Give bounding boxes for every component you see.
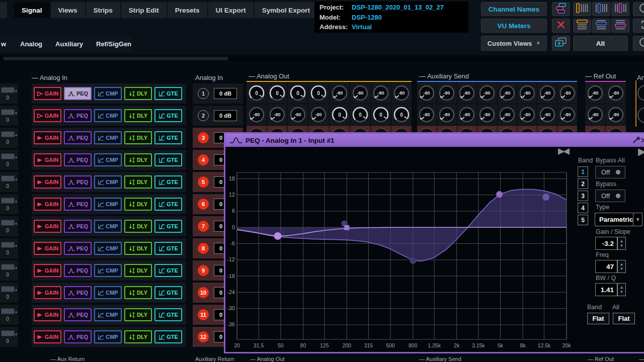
fader[interactable]: 0: [0, 194, 18, 214]
peq-button[interactable]: PEQ: [64, 87, 92, 100]
fader-handle[interactable]: [1, 153, 15, 159]
level-knob[interactable]: -80: [606, 104, 626, 125]
cmp-button[interactable]: CMP: [94, 131, 122, 144]
channel-gain-value[interactable]: 0 dB: [214, 88, 237, 99]
gte-button[interactable]: GTE: [154, 220, 182, 233]
dly-button[interactable]: DLY: [124, 286, 152, 299]
peq-button[interactable]: PEQ: [64, 198, 92, 211]
tab-presets[interactable]: Presets: [168, 2, 207, 18]
gte-button[interactable]: GTE: [154, 308, 182, 321]
gte-button[interactable]: GTE: [154, 109, 182, 122]
level-knob[interactable]: -80: [517, 104, 537, 125]
level-knob[interactable]: -80: [417, 82, 437, 104]
channel-number[interactable]: 3: [198, 132, 209, 143]
fader[interactable]: 0: [0, 128, 18, 148]
peq-titlebar[interactable]: PEQ - Analog In 1 - Input #1 >: [225, 134, 644, 147]
fader-handle[interactable]: [1, 264, 15, 270]
fader-handle[interactable]: [1, 175, 15, 182]
fader-handle[interactable]: [1, 242, 15, 248]
gte-button[interactable]: GTE: [154, 330, 182, 343]
channel-number[interactable]: 2: [198, 110, 209, 121]
gain-button[interactable]: GAIN: [34, 198, 61, 211]
band-button-1[interactable]: 1: [578, 166, 588, 177]
level-knob[interactable]: 0: [391, 104, 412, 125]
fader[interactable]: 0: [0, 150, 18, 170]
peq-button[interactable]: PEQ: [64, 264, 92, 277]
peq-button[interactable]: PEQ: [64, 286, 92, 299]
scrollbar-thumb[interactable]: [3, 57, 228, 60]
peq-button[interactable]: PEQ: [64, 109, 92, 122]
band-button-4[interactable]: 4: [578, 203, 588, 213]
cmp-button[interactable]: CMP: [94, 175, 122, 189]
gain-button[interactable]: GAIN: [34, 308, 61, 321]
level-knob[interactable]: 0: [350, 104, 370, 125]
partial-knob[interactable]: [637, 107, 644, 123]
peq-button[interactable]: PEQ: [64, 308, 92, 321]
type-dropdown[interactable]: Parametric ▼: [595, 213, 642, 226]
level-knob[interactable]: -80: [247, 104, 267, 125]
level-knob[interactable]: -80: [537, 82, 557, 104]
eq-handle-band-1[interactable]: [274, 232, 282, 240]
gain-button[interactable]: GAIN: [34, 220, 61, 233]
gain-button[interactable]: GAIN: [34, 175, 61, 189]
dly-button[interactable]: DLY: [124, 308, 152, 321]
level-knob[interactable]: -80: [557, 104, 577, 125]
gte-button[interactable]: GTE: [154, 87, 182, 100]
cmp-button[interactable]: CMP: [94, 198, 122, 211]
channel-number[interactable]: 11: [198, 309, 209, 320]
tab-strips[interactable]: Strips: [86, 2, 120, 18]
close-strips-button[interactable]: [552, 19, 570, 33]
level-knob[interactable]: -80: [477, 104, 497, 125]
fader-handle[interactable]: [1, 308, 15, 314]
subtab-overview-partial[interactable]: w: [1, 40, 7, 48]
gte-button[interactable]: GTE: [154, 153, 182, 166]
horizontal-meters-magenta-button[interactable]: [611, 19, 629, 33]
spinner-up-icon[interactable]: ▲: [620, 262, 623, 266]
level-knob[interactable]: 0: [267, 82, 287, 104]
gain-button[interactable]: GAIN: [34, 87, 61, 100]
band-button-3[interactable]: 3: [578, 191, 588, 201]
fader[interactable]: 0: [0, 327, 18, 347]
gain-button[interactable]: GAIN: [34, 264, 61, 277]
channel-number[interactable]: 5: [198, 176, 209, 188]
peq-button[interactable]: PEQ: [64, 242, 92, 255]
spinner-down-icon[interactable]: ▼: [620, 266, 623, 271]
eq-handle-band-2-anchor[interactable]: [344, 225, 349, 230]
cmp-button[interactable]: CMP: [94, 330, 122, 343]
channel-number[interactable]: 7: [198, 221, 209, 232]
peq-button[interactable]: PEQ: [64, 220, 92, 233]
strip-layers-button[interactable]: [552, 2, 570, 16]
eq-handle-band-4[interactable]: [496, 191, 503, 198]
fader-handle[interactable]: [1, 220, 15, 226]
tab-views[interactable]: Views: [51, 2, 85, 18]
peq-button[interactable]: PEQ: [64, 131, 92, 144]
fader[interactable]: 0: [0, 238, 18, 258]
channel-number[interactable]: 9: [198, 265, 209, 276]
gte-button[interactable]: GTE: [154, 198, 182, 211]
subtab-ref-siggen[interactable]: Ref/SigGen: [96, 40, 131, 48]
partial-button-top[interactable]: [633, 2, 644, 16]
flat-band-button[interactable]: Flat: [587, 313, 609, 324]
level-knob[interactable]: -80: [330, 82, 350, 104]
level-knob[interactable]: -80: [557, 82, 577, 104]
flat-all-button[interactable]: Flat: [613, 313, 635, 324]
gain-button[interactable]: GAIN: [34, 330, 61, 343]
channel-number[interactable]: 6: [198, 199, 209, 210]
level-knob[interactable]: -80: [498, 104, 517, 125]
level-knob[interactable]: -80: [391, 82, 412, 104]
vertical-meters-orange-button[interactable]: [573, 2, 591, 16]
bypass-all-toggle[interactable]: Off: [595, 166, 625, 178]
next-window-arrow-icon[interactable]: ▶: [638, 145, 644, 157]
channel-number[interactable]: 10: [198, 287, 209, 298]
partial-button-middle[interactable]: [633, 19, 644, 33]
level-knob[interactable]: -80: [477, 82, 497, 104]
gain-button[interactable]: GAIN: [34, 242, 61, 255]
fader-handle[interactable]: [1, 131, 15, 137]
dly-button[interactable]: DLY: [124, 153, 152, 166]
dly-button[interactable]: DLY: [124, 175, 152, 189]
dly-button[interactable]: DLY: [124, 330, 152, 343]
vertical-meters-magenta-button[interactable]: [611, 2, 629, 16]
dly-button[interactable]: DLY: [124, 264, 152, 277]
level-knob[interactable]: -80: [606, 82, 626, 104]
dly-button[interactable]: DLY: [124, 220, 152, 233]
